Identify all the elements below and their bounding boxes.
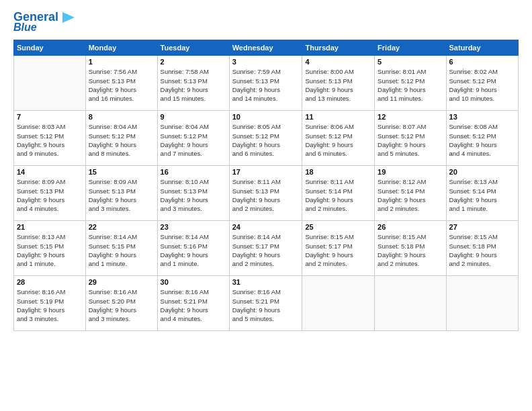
day-number: 14: [17, 168, 83, 176]
day-number: 3: [232, 58, 300, 66]
calendar-week-row: 7Sunrise: 8:03 AM Sunset: 5:12 PM Daylig…: [14, 111, 519, 166]
weekday-header-friday: Friday: [375, 40, 446, 56]
calendar-cell: 16Sunrise: 8:10 AM Sunset: 5:13 PM Dayli…: [157, 166, 229, 221]
day-number: 11: [305, 113, 371, 121]
calendar-cell: 15Sunrise: 8:09 AM Sunset: 5:13 PM Dayli…: [85, 166, 157, 221]
day-info: Sunrise: 8:04 AM Sunset: 5:12 PM Dayligh…: [161, 122, 226, 158]
calendar-cell: 12Sunrise: 8:07 AM Sunset: 5:12 PM Dayli…: [375, 111, 446, 166]
calendar-cell: 31Sunrise: 8:16 AM Sunset: 5:21 PM Dayli…: [229, 276, 302, 331]
day-number: 29: [89, 278, 154, 286]
day-number: 7: [17, 113, 83, 121]
calendar-cell: 7Sunrise: 8:03 AM Sunset: 5:12 PM Daylig…: [14, 111, 86, 166]
day-info: Sunrise: 8:16 AM Sunset: 5:20 PM Dayligh…: [89, 287, 154, 323]
header: General Blue: [13, 11, 519, 33]
calendar-cell: 27Sunrise: 8:15 AM Sunset: 5:18 PM Dayli…: [446, 221, 518, 276]
weekday-header-saturday: Saturday: [446, 40, 518, 56]
day-number: 17: [232, 168, 300, 176]
logo: General Blue: [13, 11, 75, 33]
day-number: 16: [161, 168, 226, 176]
logo-arrow-icon: [60, 12, 75, 23]
weekday-header-tuesday: Tuesday: [157, 40, 229, 56]
calendar-cell: [375, 276, 446, 331]
day-info: Sunrise: 8:14 AM Sunset: 5:15 PM Dayligh…: [89, 232, 154, 268]
day-info: Sunrise: 8:06 AM Sunset: 5:12 PM Dayligh…: [305, 122, 371, 158]
day-number: 8: [89, 113, 154, 121]
weekday-header-sunday: Sunday: [14, 40, 86, 56]
calendar-cell: 20Sunrise: 8:13 AM Sunset: 5:14 PM Dayli…: [446, 166, 518, 221]
day-number: 13: [449, 113, 515, 121]
weekday-row: SundayMondayTuesdayWednesdayThursdayFrid…: [14, 40, 519, 56]
logo-blue-text: Blue: [13, 21, 37, 34]
day-info: Sunrise: 8:15 AM Sunset: 5:18 PM Dayligh…: [378, 232, 443, 268]
calendar-cell: 28Sunrise: 8:16 AM Sunset: 5:19 PM Dayli…: [14, 276, 86, 331]
day-number: 4: [305, 58, 371, 66]
weekday-header-thursday: Thursday: [302, 40, 375, 56]
day-info: Sunrise: 8:11 AM Sunset: 5:14 PM Dayligh…: [305, 177, 371, 213]
calendar-cell: 1Sunrise: 7:56 AM Sunset: 5:13 PM Daylig…: [85, 56, 157, 111]
calendar-cell: 8Sunrise: 8:04 AM Sunset: 5:12 PM Daylig…: [85, 111, 157, 166]
day-number: 9: [161, 113, 226, 121]
day-info: Sunrise: 8:16 AM Sunset: 5:21 PM Dayligh…: [161, 287, 226, 323]
day-info: Sunrise: 8:14 AM Sunset: 5:17 PM Dayligh…: [232, 232, 300, 268]
calendar-cell: [446, 276, 518, 331]
day-info: Sunrise: 8:05 AM Sunset: 5:12 PM Dayligh…: [232, 122, 300, 158]
day-number: 26: [378, 223, 443, 231]
calendar-cell: 5Sunrise: 8:01 AM Sunset: 5:12 PM Daylig…: [375, 56, 446, 111]
day-number: 31: [232, 278, 300, 286]
day-info: Sunrise: 8:08 AM Sunset: 5:12 PM Dayligh…: [449, 122, 515, 158]
calendar-cell: 29Sunrise: 8:16 AM Sunset: 5:20 PM Dayli…: [85, 276, 157, 331]
day-info: Sunrise: 8:16 AM Sunset: 5:19 PM Dayligh…: [17, 287, 83, 323]
calendar-week-row: 21Sunrise: 8:13 AM Sunset: 5:15 PM Dayli…: [14, 221, 519, 276]
day-info: Sunrise: 8:01 AM Sunset: 5:12 PM Dayligh…: [378, 67, 443, 103]
day-info: Sunrise: 7:58 AM Sunset: 5:13 PM Dayligh…: [161, 67, 226, 103]
day-number: 1: [89, 58, 154, 66]
calendar-cell: [14, 56, 86, 111]
calendar-cell: 25Sunrise: 8:15 AM Sunset: 5:17 PM Dayli…: [302, 221, 375, 276]
calendar-week-row: 28Sunrise: 8:16 AM Sunset: 5:19 PM Dayli…: [14, 276, 519, 331]
calendar-cell: 23Sunrise: 8:14 AM Sunset: 5:16 PM Dayli…: [157, 221, 229, 276]
day-number: 20: [449, 168, 515, 176]
svg-marker-0: [62, 12, 75, 23]
calendar-cell: 13Sunrise: 8:08 AM Sunset: 5:12 PM Dayli…: [446, 111, 518, 166]
day-info: Sunrise: 8:00 AM Sunset: 5:13 PM Dayligh…: [305, 67, 371, 103]
day-info: Sunrise: 8:07 AM Sunset: 5:12 PM Dayligh…: [378, 122, 443, 158]
calendar-body: 1Sunrise: 7:56 AM Sunset: 5:13 PM Daylig…: [14, 56, 519, 331]
day-info: Sunrise: 8:09 AM Sunset: 5:13 PM Dayligh…: [17, 177, 83, 213]
calendar-cell: 22Sunrise: 8:14 AM Sunset: 5:15 PM Dayli…: [85, 221, 157, 276]
calendar-cell: 4Sunrise: 8:00 AM Sunset: 5:13 PM Daylig…: [302, 56, 375, 111]
day-info: Sunrise: 8:09 AM Sunset: 5:13 PM Dayligh…: [89, 177, 154, 213]
calendar-cell: [302, 276, 375, 331]
day-info: Sunrise: 8:03 AM Sunset: 5:12 PM Dayligh…: [17, 122, 83, 158]
day-info: Sunrise: 8:13 AM Sunset: 5:14 PM Dayligh…: [449, 177, 515, 213]
day-number: 2: [161, 58, 226, 66]
weekday-header-wednesday: Wednesday: [229, 40, 302, 56]
calendar-cell: 17Sunrise: 8:11 AM Sunset: 5:13 PM Dayli…: [229, 166, 302, 221]
calendar-header: SundayMondayTuesdayWednesdayThursdayFrid…: [14, 40, 519, 56]
day-info: Sunrise: 8:15 AM Sunset: 5:17 PM Dayligh…: [305, 232, 371, 268]
day-number: 28: [17, 278, 83, 286]
day-info: Sunrise: 8:16 AM Sunset: 5:21 PM Dayligh…: [232, 287, 300, 323]
calendar-cell: 10Sunrise: 8:05 AM Sunset: 5:12 PM Dayli…: [229, 111, 302, 166]
page: General Blue SundayMondayTuesdayWednesda…: [0, 0, 532, 411]
day-info: Sunrise: 7:59 AM Sunset: 5:13 PM Dayligh…: [232, 67, 300, 103]
day-number: 24: [232, 223, 300, 231]
day-info: Sunrise: 8:02 AM Sunset: 5:12 PM Dayligh…: [449, 67, 515, 103]
day-number: 23: [161, 223, 226, 231]
day-number: 27: [449, 223, 515, 231]
calendar-cell: 6Sunrise: 8:02 AM Sunset: 5:12 PM Daylig…: [446, 56, 518, 111]
day-info: Sunrise: 7:56 AM Sunset: 5:13 PM Dayligh…: [89, 67, 154, 103]
day-info: Sunrise: 8:14 AM Sunset: 5:16 PM Dayligh…: [161, 232, 226, 268]
calendar-cell: 14Sunrise: 8:09 AM Sunset: 5:13 PM Dayli…: [14, 166, 86, 221]
day-number: 25: [305, 223, 371, 231]
day-number: 6: [449, 58, 515, 66]
calendar-cell: 19Sunrise: 8:12 AM Sunset: 5:14 PM Dayli…: [375, 166, 446, 221]
day-number: 21: [17, 223, 83, 231]
calendar-cell: 9Sunrise: 8:04 AM Sunset: 5:12 PM Daylig…: [157, 111, 229, 166]
day-number: 15: [89, 168, 154, 176]
day-number: 10: [232, 113, 300, 121]
calendar-cell: 21Sunrise: 8:13 AM Sunset: 5:15 PM Dayli…: [14, 221, 86, 276]
calendar-cell: 2Sunrise: 7:58 AM Sunset: 5:13 PM Daylig…: [157, 56, 229, 111]
day-number: 5: [378, 58, 443, 66]
calendar-week-row: 1Sunrise: 7:56 AM Sunset: 5:13 PM Daylig…: [14, 56, 519, 111]
calendar-cell: 26Sunrise: 8:15 AM Sunset: 5:18 PM Dayli…: [375, 221, 446, 276]
